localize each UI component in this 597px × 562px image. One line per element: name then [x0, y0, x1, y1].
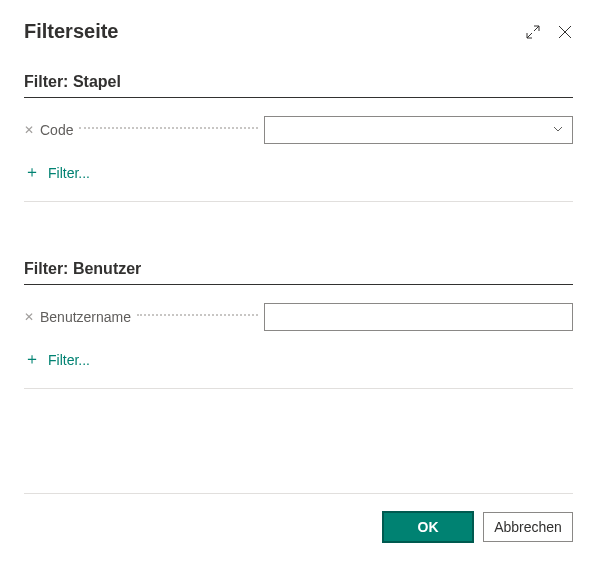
ok-button[interactable]: OK — [383, 512, 473, 542]
filter-label-wrap-code: ✕ Code — [24, 122, 264, 138]
add-filter-label-stapel: Filter... — [48, 165, 90, 181]
close-icon[interactable] — [557, 24, 573, 40]
dialog-header: Filterseite — [24, 20, 573, 43]
dots — [137, 314, 258, 316]
filter-label-code: Code — [40, 122, 73, 138]
benutzername-input[interactable] — [264, 303, 573, 331]
filter-row-benutzername: ✕ Benutzername — [24, 303, 573, 331]
chevron-down-icon — [552, 121, 564, 139]
dialog-title: Filterseite — [24, 20, 118, 43]
section-gap — [24, 202, 573, 260]
section-divider — [24, 388, 573, 389]
filter-label-wrap-benutzer: ✕ Benutzername — [24, 309, 264, 325]
add-filter-benutzer[interactable]: ＋ Filter... — [24, 349, 573, 370]
plus-icon: ＋ — [24, 162, 40, 183]
section-title-benutzer: Filter: Benutzer — [24, 260, 573, 285]
cancel-button[interactable]: Abbrechen — [483, 512, 573, 542]
footer-buttons: OK Abbrechen — [24, 512, 573, 542]
footer-divider — [24, 493, 573, 494]
filter-dialog: Filterseite Filter: Stapel ✕ C — [0, 0, 597, 389]
filter-label-benutzer: Benutzername — [40, 309, 131, 325]
plus-icon: ＋ — [24, 349, 40, 370]
add-filter-label-benutzer: Filter... — [48, 352, 90, 368]
expand-icon[interactable] — [525, 24, 541, 40]
dialog-footer: OK Abbrechen — [24, 493, 573, 542]
remove-filter-code-icon[interactable]: ✕ — [24, 124, 34, 136]
add-filter-stapel[interactable]: ＋ Filter... — [24, 162, 573, 183]
filter-row-code: ✕ Code — [24, 116, 573, 144]
remove-filter-benutzer-icon[interactable]: ✕ — [24, 311, 34, 323]
code-select[interactable] — [264, 116, 573, 144]
header-icons — [525, 24, 573, 40]
dots — [79, 127, 258, 129]
section-title-stapel: Filter: Stapel — [24, 73, 573, 98]
